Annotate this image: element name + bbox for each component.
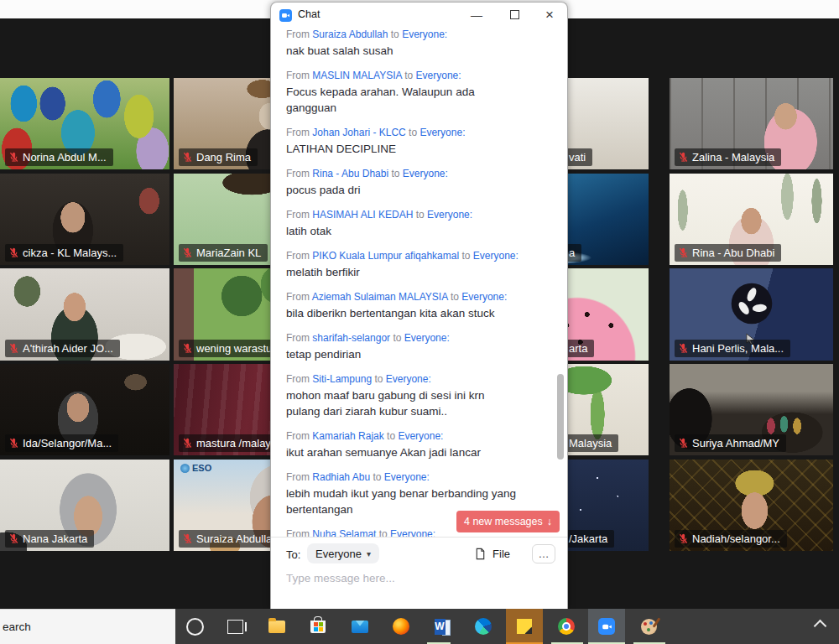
participant-label: Zalina - Malaysia <box>675 148 781 166</box>
chrome-button[interactable] <box>548 609 585 644</box>
muted-mic-icon <box>8 533 19 544</box>
firefox-button[interactable] <box>383 609 420 644</box>
word-button[interactable]: W <box>424 609 461 644</box>
maximize-button[interactable] <box>495 3 534 27</box>
paint-icon <box>641 619 657 635</box>
participant-label: /Jakarta <box>566 530 614 548</box>
obs-logo <box>729 281 774 330</box>
new-messages-button[interactable]: 4 new messages↓ <box>456 511 560 532</box>
more-options-button[interactable]: … <box>532 544 555 564</box>
chat-message: From sharifah-selangor to Everyone: teta… <box>286 330 550 362</box>
muted-mic-icon <box>678 152 689 163</box>
participant-name: Rina - Abu Dhabi <box>692 247 774 259</box>
video-tile[interactable]: cikza - KL Malays... <box>0 174 169 265</box>
file-icon <box>474 548 487 560</box>
participant-label: arta <box>566 340 594 357</box>
participant-label: Malaysia <box>566 434 618 452</box>
recipient-dropdown[interactable]: Everyone ▾ <box>307 543 379 564</box>
mail-icon <box>352 621 368 633</box>
show-hidden-icons-chevron[interactable] <box>814 620 827 633</box>
file-button[interactable]: File <box>469 543 515 564</box>
participant-label: Rina - Abu Dhabi <box>675 244 781 262</box>
muted-mic-icon <box>678 533 689 544</box>
muted-mic-icon <box>8 438 19 449</box>
cortana-icon <box>186 618 204 636</box>
zoom-chat-logo-icon <box>279 9 292 22</box>
video-tile[interactable]: Nadiah/selangor... <box>670 460 833 551</box>
chat-message: From HASIMAH ALI KEDAH to Everyone: lati… <box>286 207 550 239</box>
participant-label: Nana Jakarta <box>5 530 94 548</box>
windows-taskbar: earch W <box>0 609 839 644</box>
chat-message: From Siti-Lampung to Everyone: mohon maa… <box>286 371 550 419</box>
minimize-button[interactable]: — <box>457 3 496 27</box>
video-tile[interactable]: Suriya Ahmad/MY <box>670 364 833 455</box>
chat-message: From Kamariah Rajak to Everyone: ikut ar… <box>286 428 550 460</box>
edge-button[interactable] <box>465 609 502 644</box>
participant-name: Dang Rima <box>196 151 251 164</box>
edge-icon <box>475 618 492 635</box>
video-tile[interactable]: A'thirah Aider JO... <box>0 268 169 361</box>
video-tile[interactable]: Rina - Abu Dhabi <box>670 174 833 265</box>
participant-label: MariaZain KL <box>179 244 268 262</box>
chat-message: From Rina - Abu Dhabi to Everyone: pocus… <box>286 166 550 198</box>
muted-mic-icon <box>678 247 689 258</box>
message-input[interactable] <box>284 571 539 585</box>
file-explorer-icon <box>268 621 285 633</box>
participant-name: Hani Perlis, Mala... <box>692 342 784 355</box>
sticky-notes-button[interactable] <box>506 609 543 644</box>
paint-button[interactable] <box>630 609 667 644</box>
chat-message-list[interactable]: From Suraiza Abdullah to Everyone: nak b… <box>271 25 567 537</box>
chat-titlebar[interactable]: Chat — × <box>271 3 567 27</box>
chat-scrollbar-thumb[interactable] <box>557 374 564 460</box>
video-tile[interactable]: Zalina - Malaysia <box>670 78 833 169</box>
participant-name: cikza - KL Malays... <box>23 247 117 259</box>
participant-name: Nadiah/selangor... <box>692 532 780 545</box>
file-explorer-button[interactable] <box>258 609 295 644</box>
participant-label: vati <box>566 148 592 166</box>
participant-name: A'thirah Aider JO... <box>23 342 113 355</box>
desktop: Norina Abdul M... Dang Rima vati Zalina … <box>0 0 839 644</box>
participant-name: Ida/Selangor/Ma... <box>23 437 112 449</box>
muted-mic-icon <box>8 152 19 163</box>
participant-name: /Jakarta <box>569 532 607 545</box>
chat-message: From MASLIN MALAYSIA to Everyone: Focus … <box>286 68 550 116</box>
task-view-button[interactable] <box>216 609 253 644</box>
cortana-button[interactable] <box>176 609 213 644</box>
muted-mic-icon <box>8 343 19 354</box>
chat-message: From Johan Johari - KLCC to Everyone: LA… <box>286 125 550 157</box>
muted-mic-icon <box>678 438 689 449</box>
participant-name: MariaZain KL <box>196 247 261 259</box>
participant-label: Nadiah/selangor... <box>675 530 787 548</box>
chevron-down-icon: ▾ <box>367 549 371 558</box>
participant-name: vati <box>569 151 586 164</box>
muted-mic-icon <box>182 533 193 544</box>
mail-button[interactable] <box>341 609 378 644</box>
participant-name: a <box>569 247 575 259</box>
video-tile[interactable]: Norina Abdul M... <box>0 78 169 169</box>
participant-label: Hani Perlis, Mala... <box>675 340 790 357</box>
video-tile[interactable]: Nana Jakarta <box>0 460 169 551</box>
muted-mic-icon <box>182 247 193 258</box>
participant-name: Suraiza Abdullah <box>196 532 279 545</box>
video-tile[interactable]: Hani Perlis, Mala... <box>670 268 833 361</box>
chat-message: From PIKO Kuala Lumpur afiqahkamal to Ev… <box>286 248 550 280</box>
chat-message: From Aziemah Sulaiman MALAYSIA to Everyo… <box>286 289 550 321</box>
participant-label: a <box>566 244 581 262</box>
muted-mic-icon <box>182 152 193 163</box>
muted-mic-icon <box>182 343 193 354</box>
participant-label: Dang Rima <box>179 148 258 166</box>
participant-name: arta <box>569 342 587 355</box>
microsoft-store-icon <box>310 621 326 633</box>
video-tile[interactable]: Ida/Selangor/Ma... <box>0 364 169 455</box>
firefox-icon <box>393 618 409 635</box>
participant-name: wening warastut <box>196 342 275 355</box>
close-button[interactable]: × <box>530 3 569 27</box>
participant-name: Zalina - Malaysia <box>692 151 774 164</box>
taskbar-search-box[interactable]: earch <box>0 609 175 644</box>
participant-name: Malaysia <box>569 437 612 449</box>
zoom-app-button[interactable] <box>588 609 625 644</box>
chat-window-title: Chat <box>298 8 320 20</box>
zoom-app-icon <box>598 618 615 635</box>
microsoft-store-button[interactable] <box>300 609 336 644</box>
participant-label: wening warastut <box>179 340 282 357</box>
